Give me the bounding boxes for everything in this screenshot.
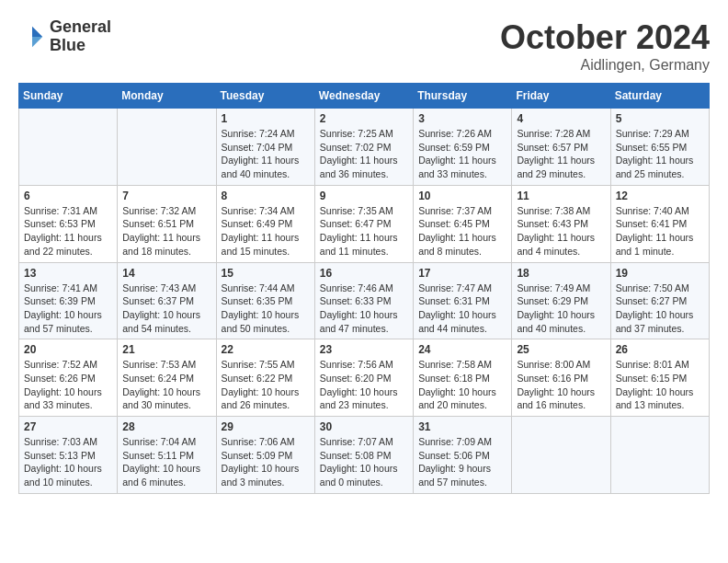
week-row-3: 13Sunrise: 7:41 AM Sunset: 6:39 PM Dayli… (19, 262, 710, 339)
day-number: 13 (24, 267, 112, 280)
day-info: Sunrise: 7:06 AM Sunset: 5:09 PM Dayligh… (222, 435, 310, 489)
col-header-saturday: Saturday (610, 84, 709, 109)
logo-line1: General (50, 18, 111, 37)
calendar-cell (512, 417, 610, 494)
calendar-cell: 10Sunrise: 7:37 AM Sunset: 6:45 PM Dayli… (414, 185, 512, 262)
logo-line2: Blue (50, 37, 111, 55)
day-info: Sunrise: 7:31 AM Sunset: 6:53 PM Dayligh… (24, 204, 112, 259)
day-number: 29 (222, 420, 310, 433)
day-info: Sunrise: 7:25 AM Sunset: 7:02 PM Dayligh… (320, 127, 408, 181)
day-info: Sunrise: 7:04 AM Sunset: 5:11 PM Dayligh… (122, 435, 210, 489)
calendar-cell: 20Sunrise: 7:52 AM Sunset: 6:26 PM Dayli… (19, 339, 118, 417)
col-header-wednesday: Wednesday (314, 84, 413, 109)
day-number: 7 (122, 190, 210, 202)
day-info: Sunrise: 7:40 AM Sunset: 6:41 PM Dayligh… (616, 204, 704, 259)
day-info: Sunrise: 7:29 AM Sunset: 6:55 PM Dayligh… (616, 127, 704, 181)
location: Aidlingen, Germany (500, 57, 710, 74)
col-header-friday: Friday (512, 84, 610, 109)
day-number: 11 (517, 190, 605, 202)
calendar-cell: 8Sunrise: 7:34 AM Sunset: 6:49 PM Daylig… (216, 185, 314, 262)
calendar-cell: 30Sunrise: 7:07 AM Sunset: 5:08 PM Dayli… (314, 417, 413, 494)
calendar-cell: 13Sunrise: 7:41 AM Sunset: 6:39 PM Dayli… (19, 262, 118, 339)
day-info: Sunrise: 7:44 AM Sunset: 6:35 PM Dayligh… (222, 282, 310, 336)
day-number: 1 (222, 112, 310, 125)
day-info: Sunrise: 7:37 AM Sunset: 6:45 PM Dayligh… (418, 204, 506, 259)
day-number: 16 (320, 267, 408, 280)
day-info: Sunrise: 8:01 AM Sunset: 6:15 PM Dayligh… (616, 358, 704, 412)
day-info: Sunrise: 7:49 AM Sunset: 6:29 PM Dayligh… (517, 282, 605, 336)
calendar-cell: 31Sunrise: 7:09 AM Sunset: 5:06 PM Dayli… (414, 417, 512, 494)
day-info: Sunrise: 7:46 AM Sunset: 6:33 PM Dayligh… (320, 282, 408, 336)
day-number: 6 (24, 190, 112, 202)
day-info: Sunrise: 7:47 AM Sunset: 6:31 PM Dayligh… (418, 282, 506, 336)
svg-marker-1 (32, 37, 42, 47)
calendar-cell: 7Sunrise: 7:32 AM Sunset: 6:51 PM Daylig… (118, 185, 216, 262)
calendar-cell: 18Sunrise: 7:49 AM Sunset: 6:29 PM Dayli… (512, 262, 610, 339)
col-header-monday: Monday (118, 84, 216, 109)
day-number: 5 (616, 112, 704, 125)
day-info: Sunrise: 7:09 AM Sunset: 5:06 PM Dayligh… (418, 435, 506, 489)
day-number: 4 (517, 112, 605, 125)
calendar-table: SundayMondayTuesdayWednesdayThursdayFrid… (18, 83, 710, 494)
calendar-cell: 25Sunrise: 8:00 AM Sunset: 6:16 PM Dayli… (512, 339, 610, 417)
day-number: 22 (222, 343, 310, 356)
day-info: Sunrise: 7:53 AM Sunset: 6:24 PM Dayligh… (122, 358, 210, 412)
page-header: General Blue October 2024 Aidlingen, Ger… (18, 18, 710, 74)
calendar-cell: 28Sunrise: 7:04 AM Sunset: 5:11 PM Dayli… (118, 417, 216, 494)
calendar-cell (610, 417, 709, 494)
day-info: Sunrise: 7:50 AM Sunset: 6:27 PM Dayligh… (616, 282, 704, 336)
day-number: 21 (122, 343, 210, 356)
day-number: 30 (320, 420, 408, 433)
calendar-cell: 23Sunrise: 7:56 AM Sunset: 6:20 PM Dayli… (314, 339, 413, 417)
day-number: 3 (418, 112, 506, 125)
day-number: 24 (418, 343, 506, 356)
day-number: 2 (320, 112, 408, 125)
day-info: Sunrise: 7:43 AM Sunset: 6:37 PM Dayligh… (122, 282, 210, 336)
day-info: Sunrise: 7:26 AM Sunset: 6:59 PM Dayligh… (418, 127, 506, 181)
day-info: Sunrise: 8:00 AM Sunset: 6:16 PM Dayligh… (517, 358, 605, 412)
calendar-body: 1Sunrise: 7:24 AM Sunset: 7:04 PM Daylig… (19, 109, 710, 494)
col-header-tuesday: Tuesday (216, 84, 314, 109)
calendar-cell: 11Sunrise: 7:38 AM Sunset: 6:43 PM Dayli… (512, 185, 610, 262)
calendar-cell: 4Sunrise: 7:28 AM Sunset: 6:57 PM Daylig… (512, 109, 610, 186)
day-info: Sunrise: 7:38 AM Sunset: 6:43 PM Dayligh… (517, 204, 605, 259)
day-info: Sunrise: 7:41 AM Sunset: 6:39 PM Dayligh… (24, 282, 112, 336)
day-number: 23 (320, 343, 408, 356)
day-number: 27 (24, 420, 112, 433)
calendar-cell: 5Sunrise: 7:29 AM Sunset: 6:55 PM Daylig… (610, 109, 709, 186)
day-number: 25 (517, 343, 605, 356)
day-info: Sunrise: 7:56 AM Sunset: 6:20 PM Dayligh… (320, 358, 408, 412)
calendar-cell (19, 109, 118, 186)
col-header-sunday: Sunday (19, 84, 118, 109)
day-number: 12 (616, 190, 704, 202)
logo-text: General Blue (50, 18, 111, 55)
day-info: Sunrise: 7:07 AM Sunset: 5:08 PM Dayligh… (320, 435, 408, 489)
calendar-header: SundayMondayTuesdayWednesdayThursdayFrid… (19, 84, 710, 109)
day-number: 17 (418, 267, 506, 280)
calendar-cell: 26Sunrise: 8:01 AM Sunset: 6:15 PM Dayli… (610, 339, 709, 417)
day-info: Sunrise: 7:28 AM Sunset: 6:57 PM Dayligh… (517, 127, 605, 181)
day-number: 15 (222, 267, 310, 280)
calendar-cell: 21Sunrise: 7:53 AM Sunset: 6:24 PM Dayli… (118, 339, 216, 417)
week-row-1: 1Sunrise: 7:24 AM Sunset: 7:04 PM Daylig… (19, 109, 710, 186)
calendar-cell: 16Sunrise: 7:46 AM Sunset: 6:33 PM Dayli… (314, 262, 413, 339)
day-number: 20 (24, 343, 112, 356)
day-number: 14 (122, 267, 210, 280)
calendar-cell: 14Sunrise: 7:43 AM Sunset: 6:37 PM Dayli… (118, 262, 216, 339)
day-info: Sunrise: 7:34 AM Sunset: 6:49 PM Dayligh… (222, 204, 310, 259)
calendar-cell: 2Sunrise: 7:25 AM Sunset: 7:02 PM Daylig… (314, 109, 413, 186)
calendar-cell: 12Sunrise: 7:40 AM Sunset: 6:41 PM Dayli… (610, 185, 709, 262)
day-info: Sunrise: 7:32 AM Sunset: 6:51 PM Dayligh… (122, 204, 210, 259)
day-number: 31 (418, 420, 506, 433)
col-header-thursday: Thursday (414, 84, 512, 109)
day-number: 8 (222, 190, 310, 202)
logo-icon (18, 23, 46, 51)
calendar-cell: 15Sunrise: 7:44 AM Sunset: 6:35 PM Dayli… (216, 262, 314, 339)
calendar-cell: 6Sunrise: 7:31 AM Sunset: 6:53 PM Daylig… (19, 185, 118, 262)
calendar-cell: 1Sunrise: 7:24 AM Sunset: 7:04 PM Daylig… (216, 109, 314, 186)
title-block: October 2024 Aidlingen, Germany (500, 18, 710, 74)
day-info: Sunrise: 7:52 AM Sunset: 6:26 PM Dayligh… (24, 358, 112, 412)
calendar-cell: 27Sunrise: 7:03 AM Sunset: 5:13 PM Dayli… (19, 417, 118, 494)
week-row-2: 6Sunrise: 7:31 AM Sunset: 6:53 PM Daylig… (19, 185, 710, 262)
day-number: 18 (517, 267, 605, 280)
